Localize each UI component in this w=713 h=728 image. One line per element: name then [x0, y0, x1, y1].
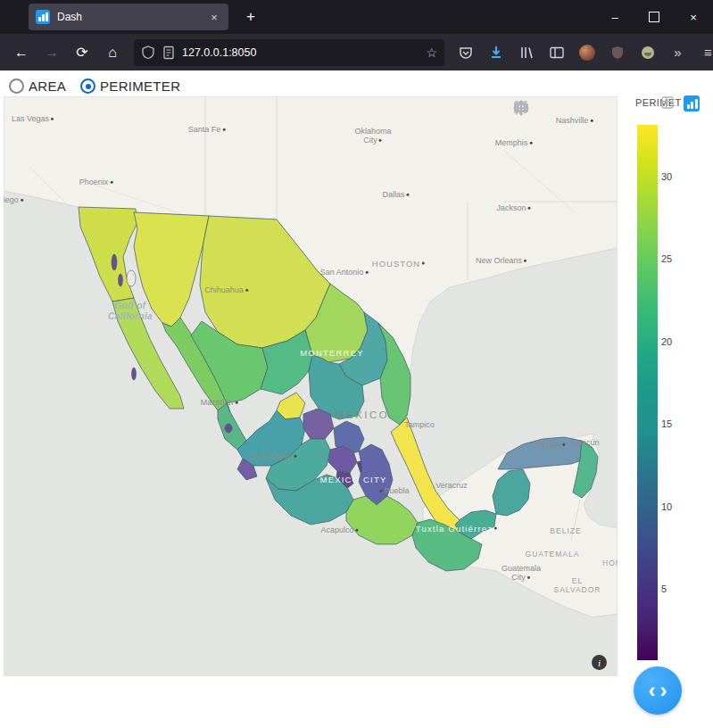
overflow-menu-button[interactable]: »: [664, 39, 692, 66]
url-bar[interactable]: 127.0.0.1:8050 ☆: [134, 39, 444, 66]
browser-tab[interactable]: Dash ×: [29, 4, 228, 30]
window-close-button[interactable]: ×: [674, 0, 713, 34]
pocket-icon: [459, 46, 473, 60]
new-tab-button[interactable]: +: [239, 5, 262, 29]
island: [127, 270, 136, 286]
window-maximize-button[interactable]: [634, 0, 674, 34]
choropleth-map[interactable]: Las VegasSanta FeOklahoma CityMemphisNas…: [4, 96, 618, 676]
library-icon: [519, 46, 534, 60]
forward-button[interactable]: →: [37, 39, 66, 66]
url-text[interactable]: 127.0.0.1:8050: [182, 46, 419, 59]
account-avatar: [579, 45, 595, 61]
pocket-button[interactable]: [452, 39, 479, 66]
island: [132, 368, 137, 380]
map-canvas[interactable]: [4, 96, 618, 676]
colorbar-title: PERIMETE: [635, 97, 682, 108]
map-attribution-icon[interactable]: i: [592, 655, 607, 670]
tab-title: Dash: [57, 11, 200, 23]
colorbar-tick-20: 20: [661, 336, 672, 347]
maximize-icon: [649, 12, 659, 22]
colorbar-gradient: [637, 125, 658, 660]
dash-favicon: [36, 10, 50, 24]
bookmark-star-icon[interactable]: ☆: [426, 46, 437, 60]
download-arrow-icon: [489, 46, 503, 60]
island: [112, 254, 117, 270]
plotly-modebar: [513, 100, 610, 118]
radio-option-area[interactable]: AREA: [9, 79, 66, 94]
island: [225, 424, 232, 433]
downloads-button[interactable]: [482, 39, 510, 66]
colorbar-tick-25: 25: [661, 253, 672, 264]
colorbar-tick-15: 15: [661, 418, 672, 429]
browser-toolbar: ← → ⟳ ⌂ 127.0.0.1:8050 ☆ » ≡: [0, 34, 713, 70]
sidebar-icon: [550, 46, 564, 60]
account-button[interactable]: [573, 39, 601, 66]
extension-shield-button[interactable]: [603, 39, 631, 66]
plotly-logo-icon[interactable]: [684, 95, 700, 112]
radio-selected-icon[interactable]: [80, 79, 95, 94]
area-perimeter-radio-group: AREAPERIMETER: [9, 79, 180, 94]
sidebar-button[interactable]: [543, 39, 570, 66]
colorbar-ticks: 30252015105: [661, 125, 688, 660]
extension-shield-icon: [610, 46, 625, 60]
window-minimize-button[interactable]: –: [595, 0, 634, 34]
library-button[interactable]: [512, 39, 540, 66]
dash-debug-menu-button[interactable]: ‹ ›: [634, 666, 682, 715]
radio-label: PERIMETER: [100, 79, 180, 94]
modebar-extra-icon[interactable]: [661, 96, 674, 112]
island: [119, 274, 123, 286]
box-select-icon[interactable]: [565, 100, 584, 118]
radio-label: AREA: [29, 79, 66, 94]
reload-button[interactable]: ⟳: [68, 39, 96, 66]
app-menu-button[interactable]: ≡: [694, 39, 713, 66]
extension-globe-button[interactable]: [634, 39, 661, 66]
browser-titlebar: Dash × + – ×: [0, 0, 713, 34]
colorbar-tick-5: 5: [661, 583, 667, 594]
radio-option-perimeter[interactable]: PERIMETER: [80, 79, 180, 94]
colorbar-tick-10: 10: [661, 501, 672, 512]
tab-close-icon[interactable]: ×: [207, 11, 221, 24]
pan-icon[interactable]: [539, 100, 559, 118]
shield-icon[interactable]: [141, 46, 155, 60]
colorbar-tick-30: 30: [661, 171, 672, 182]
home-button[interactable]: ⌂: [98, 39, 127, 66]
page-info-icon[interactable]: [162, 46, 176, 60]
radio-unselected-icon[interactable]: [9, 79, 24, 94]
lasso-select-icon[interactable]: [591, 100, 610, 118]
dash-app-page: AREAPERIMETER Las VegasSanta FeOklahoma …: [0, 70, 713, 728]
chevron-left-icon: ‹: [649, 680, 656, 701]
extension-globe-icon: [641, 46, 655, 60]
back-button[interactable]: ←: [7, 39, 36, 66]
chevron-right-icon: ›: [660, 680, 667, 701]
